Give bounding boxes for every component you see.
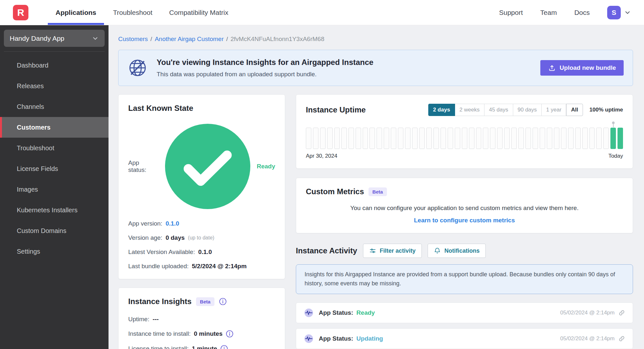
sidebar-item-releases[interactable]: Releases xyxy=(0,76,109,96)
uptime-bar-empty[interactable] xyxy=(476,128,482,149)
sidebar-divider xyxy=(4,51,105,52)
range-button-2-days[interactable]: 2 days xyxy=(428,104,455,116)
sidebar-item-dashboard[interactable]: Dashboard xyxy=(0,55,109,76)
uptime-bar-up[interactable] xyxy=(618,128,623,149)
sidebar-item-kubernetes-installers[interactable]: Kubernetes Installers xyxy=(0,200,109,220)
configure-custom-metrics-link[interactable]: Learn to configure custom metrics xyxy=(306,217,623,224)
uptime-bar-empty[interactable] xyxy=(306,128,311,149)
uptime-bar-empty[interactable] xyxy=(313,128,318,149)
uptime-bar-empty[interactable] xyxy=(441,128,446,149)
uptime-bar-empty[interactable] xyxy=(320,128,326,149)
info-icon[interactable] xyxy=(220,345,228,349)
uptime-bar-empty[interactable] xyxy=(554,128,559,149)
uptime-bar-empty[interactable] xyxy=(369,128,375,149)
sidebar-item-settings[interactable]: Settings xyxy=(0,241,109,262)
bell-icon xyxy=(434,247,441,254)
range-button-all[interactable]: All xyxy=(566,104,583,116)
activity-label: App Status: xyxy=(319,309,353,316)
airgap-banner: You're viewing Instance Insights for an … xyxy=(118,50,633,86)
sidebar-item-images[interactable]: Images xyxy=(0,179,109,200)
info-icon[interactable] xyxy=(219,298,227,305)
version-link[interactable]: 0.1.0 xyxy=(166,220,179,227)
uptime-bar-empty[interactable] xyxy=(405,128,410,149)
link-icon[interactable] xyxy=(618,335,625,342)
uptime-bar-up[interactable] xyxy=(610,128,616,149)
avatar[interactable]: S xyxy=(607,6,621,19)
sidebar-item-customers[interactable]: Customers xyxy=(0,117,109,138)
uptime-bar-empty[interactable] xyxy=(497,128,503,149)
tab-applications[interactable]: Applications xyxy=(47,0,105,25)
kv-label: App version: xyxy=(128,220,162,227)
globe-slash-icon xyxy=(128,58,148,78)
uptime-bar-empty[interactable] xyxy=(462,128,467,149)
breadcrumb-segment: 2fvMcK4NFuALfnonn1Y3xA6rM68 xyxy=(231,36,324,42)
filter-activity-button[interactable]: Filter activity xyxy=(363,244,422,258)
uptime-bar-empty[interactable] xyxy=(547,128,552,149)
uptime-bar-empty[interactable] xyxy=(483,128,488,149)
uptime-bar-empty[interactable] xyxy=(348,128,354,149)
uptime-bar-empty[interactable] xyxy=(398,128,403,149)
uptime-bar-empty[interactable] xyxy=(575,128,581,149)
breadcrumb-segment[interactable]: Another Airgap Customer xyxy=(155,36,223,42)
uptime-bar-empty[interactable] xyxy=(426,128,432,149)
sidebar-item-custom-domains[interactable]: Custom Domains xyxy=(0,220,109,241)
uptime-bar-empty[interactable] xyxy=(582,128,588,149)
sidebar-item-license-fields[interactable]: License Fields xyxy=(0,158,109,179)
uptime-bar-empty[interactable] xyxy=(412,128,418,149)
uptime-bar-empty[interactable] xyxy=(327,128,333,149)
nav-link-team[interactable]: Team xyxy=(540,9,557,16)
uptime-bar-empty[interactable] xyxy=(568,128,574,149)
kv-value: 1 minute xyxy=(192,345,217,349)
nav-link-docs[interactable]: Docs xyxy=(574,9,590,16)
upload-new-bundle-button[interactable]: Upload new bundle xyxy=(540,60,624,76)
uptime-bar-empty[interactable] xyxy=(341,128,347,149)
app-root: R ApplicationsTroubleshootCompatibility … xyxy=(0,0,644,349)
range-button-45-days[interactable]: 45 days xyxy=(484,104,513,116)
uptime-bar-empty[interactable] xyxy=(589,128,595,149)
replicated-logo[interactable]: R xyxy=(13,5,28,20)
uptime-bar-empty[interactable] xyxy=(384,128,389,149)
kv-row: Instance time to install:0 minutes xyxy=(128,330,275,338)
link-icon[interactable] xyxy=(618,310,625,316)
uptime-bar-empty[interactable] xyxy=(511,128,517,149)
uptime-bar-empty[interactable] xyxy=(596,128,602,149)
nav-link-support[interactable]: Support xyxy=(499,9,523,16)
uptime-bar-empty[interactable] xyxy=(603,128,609,149)
uptime-bar-empty[interactable] xyxy=(334,128,340,149)
range-button-2-weeks[interactable]: 2 weeks xyxy=(455,104,484,116)
breadcrumb-segment[interactable]: Customers xyxy=(118,36,148,42)
kv-value: 0 days xyxy=(166,234,185,241)
uptime-bar-empty[interactable] xyxy=(356,128,361,149)
card-title: Last Known State xyxy=(128,104,275,113)
app-selector[interactable]: Handy Dandy App xyxy=(4,30,105,47)
uptime-bar-empty[interactable] xyxy=(533,128,538,149)
uptime-bar-empty[interactable] xyxy=(504,128,510,149)
account-menu[interactable]: S xyxy=(607,6,631,19)
uptime-summary: 100% uptime xyxy=(589,107,623,113)
range-button-90-days[interactable]: 90 days xyxy=(513,104,542,116)
uptime-bar-empty[interactable] xyxy=(490,128,495,149)
uptime-bar-empty[interactable] xyxy=(540,128,545,149)
uptime-bar-empty[interactable] xyxy=(518,128,524,149)
breadcrumb-separator: / xyxy=(226,36,228,42)
notifications-button[interactable]: Notifications xyxy=(428,244,486,258)
uptime-bar-empty[interactable] xyxy=(433,128,439,149)
banner-subtitle: This data was populated from an uploaded… xyxy=(157,71,373,78)
sidebar-item-channels[interactable]: Channels xyxy=(0,96,109,117)
uptime-bar-empty[interactable] xyxy=(455,128,460,149)
uptime-bar-empty[interactable] xyxy=(448,128,453,149)
kv-value: 5/2/2024 @ 2:14pm xyxy=(192,263,247,270)
tab-compatibility-matrix[interactable]: Compatibility Matrix xyxy=(161,0,237,25)
sidebar-item-troubleshoot[interactable]: Troubleshoot xyxy=(0,138,109,158)
info-icon[interactable] xyxy=(226,330,234,338)
uptime-bar-empty[interactable] xyxy=(419,128,425,149)
uptime-bar-empty[interactable] xyxy=(377,128,382,149)
tab-troubleshoot[interactable]: Troubleshoot xyxy=(105,0,161,25)
uptime-bar-empty[interactable] xyxy=(561,128,566,149)
uptime-bar-empty[interactable] xyxy=(391,128,396,149)
range-button-1-year[interactable]: 1 year xyxy=(542,104,566,116)
uptime-bar-empty[interactable] xyxy=(363,128,368,149)
uptime-bar-empty[interactable] xyxy=(469,128,474,149)
activity-timestamp: 05/02/2024 @ 2:14pm xyxy=(560,310,615,316)
uptime-bar-empty[interactable] xyxy=(525,128,531,149)
